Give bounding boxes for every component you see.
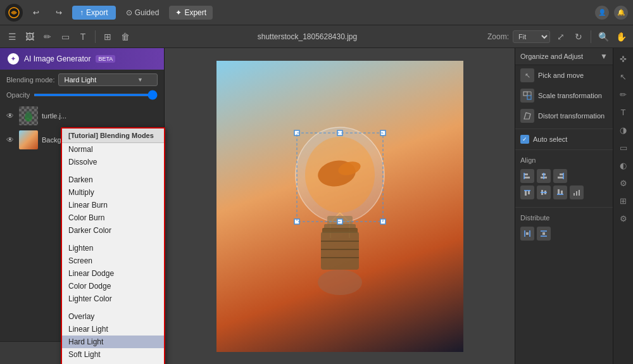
separator2: [591, 30, 591, 43]
align-section: [515, 166, 613, 204]
align-middle-button[interactable]: [537, 185, 551, 199]
scale-transform-item[interactable]: Scale transformation: [515, 85, 613, 106]
expert-tab[interactable]: ✦ Expert: [169, 6, 213, 20]
opacity-slider[interactable]: [34, 94, 158, 96]
svg-rect-37: [560, 173, 563, 175]
organize-adjust-label: Organize and Adjust: [520, 53, 583, 60]
warp-icon[interactable]: ⚙: [617, 176, 630, 190]
main-area: ✦ AI Image Generator BETA Blending mode:…: [0, 48, 633, 364]
shape-icon[interactable]: ▭: [58, 30, 72, 44]
scale-transform-icon: [520, 89, 534, 103]
pick-move-label: Pick and move: [538, 72, 584, 79]
expand-icon[interactable]: ⤢: [554, 30, 568, 44]
distort-transform-item[interactable]: Distort transformation: [515, 106, 613, 126]
distribute-h-button[interactable]: [520, 227, 534, 241]
dropdown-item-soft-light[interactable]: Soft Light: [62, 348, 164, 361]
align-center-h-button[interactable]: [537, 169, 551, 183]
dropdown-header: [Tutorial] Blending Modes: [62, 129, 164, 143]
dropdown-item-linear-dodge[interactable]: Linear Dodge: [62, 267, 164, 280]
dropdown-item-overlay[interactable]: Overlay: [62, 310, 164, 323]
canvas-area[interactable]: [165, 48, 515, 364]
chart-icon[interactable]: [570, 185, 584, 199]
auto-select-label: Auto select: [533, 135, 567, 143]
dropdown-item-hard-light[interactable]: Hard Light: [62, 336, 164, 348]
blending-mode-dropdown[interactable]: Hard Light ▼: [58, 73, 158, 86]
guided-tab[interactable]: ⊙ Guided: [120, 6, 166, 20]
notifications-icon[interactable]: 🔔: [614, 6, 628, 20]
align-bottom-button[interactable]: [553, 185, 567, 199]
dropdown-item-linear-light[interactable]: Linear Light: [62, 323, 164, 336]
pick-move-icon: ↖: [520, 68, 534, 82]
visibility-icon[interactable]: 👁: [5, 111, 15, 120]
text-tool-icon[interactable]: T: [617, 105, 630, 119]
settings-icon[interactable]: ⚙: [617, 211, 630, 225]
visibility-icon[interactable]: 👁: [5, 135, 15, 144]
color-wheel-icon[interactable]: ◑: [617, 123, 630, 137]
grid-icon[interactable]: ⊞: [617, 194, 630, 208]
guided-icon: ⊙: [126, 8, 132, 17]
layers-icon[interactable]: ▭: [617, 141, 630, 154]
align-right-button[interactable]: [553, 169, 567, 183]
dropdown-item-lighter-color[interactable]: Lighter Color: [62, 292, 164, 305]
separator: [515, 129, 613, 129]
pick-move-item[interactable]: ↖ Pick and move: [515, 65, 613, 85]
dropdown-item-dissolve[interactable]: Dissolve: [62, 156, 164, 168]
select-tool-icon[interactable]: ↖: [617, 70, 630, 84]
dropdown-item-vivid-light[interactable]: Vivid Light: [62, 361, 164, 364]
pen-tool-icon[interactable]: ✏: [617, 87, 630, 101]
svg-rect-47: [561, 191, 563, 194]
align-top-button[interactable]: [520, 185, 534, 199]
move-tool-icon[interactable]: ✜: [617, 52, 630, 66]
align-left-button[interactable]: [520, 169, 534, 183]
export-button[interactable]: ↑ Export: [72, 6, 116, 20]
panel-dropdown-icon[interactable]: ▼: [600, 52, 608, 61]
ai-banner[interactable]: ✦ AI Image Generator BETA: [0, 48, 164, 70]
new-document-icon[interactable]: ☰: [5, 30, 19, 44]
dropdown-item-color-dodge[interactable]: Color Dodge: [62, 280, 164, 292]
open-icon[interactable]: 🖼: [23, 30, 37, 44]
dropdown-item-normal[interactable]: Normal: [62, 143, 164, 156]
opacity-label: Opacity: [6, 91, 30, 99]
zoom-in-icon[interactable]: 🔍: [596, 30, 610, 44]
svg-rect-49: [573, 193, 575, 196]
svg-point-2: [25, 111, 32, 118]
far-right-strip: ✜ ↖ ✏ T ◑ ▭ ◐ ⚙ ⊞ ⚙: [613, 48, 633, 364]
blending-mode-value: Hard Light: [64, 76, 96, 84]
dropdown-item-darken[interactable]: Darken: [62, 173, 164, 186]
undo-button[interactable]: ↩: [27, 6, 46, 20]
dropdown-item-darker-color[interactable]: Darker Color: [62, 224, 164, 237]
align-row-2: [520, 185, 608, 199]
text-icon[interactable]: T: [76, 30, 90, 44]
blend-icon[interactable]: ◐: [617, 158, 630, 172]
canvas-image: [216, 61, 463, 352]
svg-rect-38: [558, 177, 563, 179]
dropdown-item-linear-burn[interactable]: Linear Burn: [62, 199, 164, 211]
svg-rect-41: [528, 191, 530, 194]
auto-select-checkbox[interactable]: ✓: [520, 135, 529, 144]
redo-button[interactable]: ↪: [49, 6, 68, 20]
dropdown-item-lighten[interactable]: Lighten: [62, 242, 164, 254]
delete-icon[interactable]: 🗑: [118, 30, 132, 44]
filter-icon[interactable]: ⊞: [101, 30, 115, 44]
right-panel: Organize and Adjust ▼ ↖ Pick and move Sc…: [515, 48, 613, 364]
zoom-select[interactable]: Fit 50% 100% 200%: [513, 30, 550, 43]
list-item[interactable]: 👁 turtle.j...: [0, 104, 164, 128]
bulb-illustration: [277, 105, 403, 308]
opacity-row: Opacity: [0, 90, 164, 101]
pan-icon[interactable]: ✋: [614, 30, 628, 44]
dropdown-item-multiply[interactable]: Multiply: [62, 186, 164, 199]
blending-label: Blending mode:: [6, 76, 54, 84]
distribute-v-button[interactable]: [537, 227, 551, 241]
draw-icon[interactable]: ✏: [41, 30, 54, 44]
dropdown-item-color-burn[interactable]: Color Burn: [62, 211, 164, 224]
svg-rect-46: [558, 189, 560, 194]
rotate-icon[interactable]: ↻: [572, 30, 586, 44]
layer-thumbnail: [19, 130, 38, 149]
dropdown-item-screen[interactable]: Screen: [62, 254, 164, 267]
separator: [515, 207, 613, 208]
ai-icon: ✦: [8, 53, 19, 65]
toolbar2: ☰ 🖼 ✏ ▭ T ⊞ 🗑 shutterstock_1805628430.jp…: [0, 25, 633, 48]
auto-select-item[interactable]: ✓ Auto select: [515, 132, 613, 147]
top-bar: ↩ ↪ ↑ Export ⊙ Guided ✦ Expert 👤 🔔: [0, 0, 633, 25]
user-avatar-icon[interactable]: 👤: [595, 6, 609, 20]
